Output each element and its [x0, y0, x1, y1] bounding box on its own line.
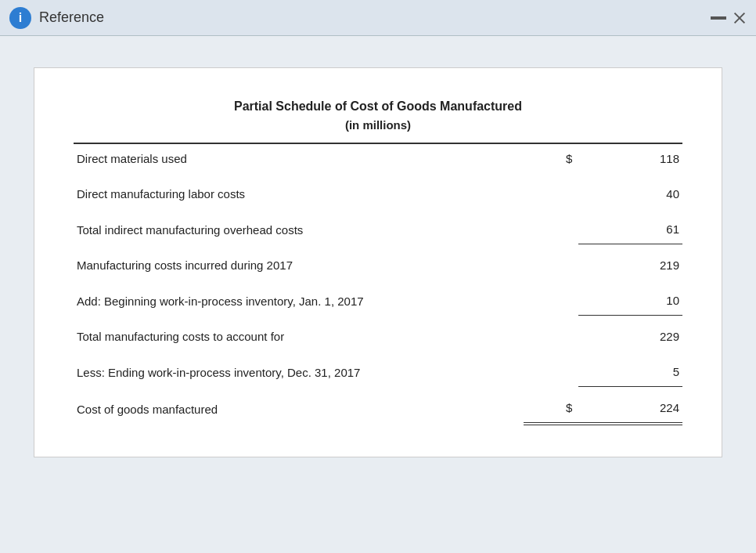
table-row: Direct manufacturing labor costs40	[74, 179, 682, 208]
row-label: Manufacturing costs incurred during 2017	[74, 251, 524, 280]
spacer-row	[74, 351, 682, 357]
row-symbol	[524, 215, 579, 244]
row-value: 118	[578, 143, 682, 173]
row-symbol: $	[524, 393, 579, 424]
row-label: Cost of goods manfactured	[74, 393, 524, 424]
close-button[interactable]	[733, 11, 747, 25]
row-symbol	[524, 357, 579, 387]
spacer-row	[74, 387, 682, 394]
row-label: Direct manufacturing labor costs	[74, 179, 524, 208]
table-row: Total indirect manufacturing overhead co…	[74, 215, 682, 244]
info-icon: i	[9, 7, 31, 29]
table-row: Direct materials used$118	[74, 143, 682, 173]
header-row	[74, 132, 682, 143]
spacer-row	[74, 208, 682, 215]
table-row: Less: Ending work-in-process inventory, …	[74, 357, 682, 387]
schedule-table: Direct materials used$118Direct manufact…	[74, 132, 682, 425]
row-value: 61	[578, 215, 682, 244]
row-label: Total manufacturing costs to account for	[74, 322, 524, 351]
row-value: 10	[578, 286, 682, 316]
reference-window: i Reference Partial Schedule of Cost of …	[0, 0, 756, 553]
row-symbol	[524, 286, 579, 316]
row-value: 40	[578, 179, 682, 208]
table-row: Add: Beginning work-in-process inventory…	[74, 286, 682, 316]
table-title: Partial Schedule of Cost of Goods Manufa…	[74, 99, 682, 114]
content-area: Partial Schedule of Cost of Goods Manufa…	[0, 36, 756, 553]
row-value: 219	[578, 251, 682, 280]
spacer-row	[74, 244, 682, 251]
row-symbol	[524, 251, 579, 280]
schedule-container: Partial Schedule of Cost of Goods Manufa…	[34, 67, 722, 457]
row-value: 5	[578, 357, 682, 387]
row-symbol: $	[524, 143, 579, 173]
row-label: Add: Beginning work-in-process inventory…	[74, 286, 524, 316]
table-row: Cost of goods manfactured$224	[74, 393, 682, 424]
row-symbol	[524, 179, 579, 208]
spacer-row	[74, 316, 682, 323]
row-symbol	[524, 322, 579, 351]
minimize-button[interactable]	[711, 16, 726, 20]
row-label: Direct materials used	[74, 143, 524, 173]
table-row: Total manufacturing costs to account for…	[74, 322, 682, 351]
row-value: 229	[578, 322, 682, 351]
table-subtitle: (in millions)	[74, 118, 682, 132]
row-label: Less: Ending work-in-process inventory, …	[74, 357, 524, 387]
row-label: Total indirect manufacturing overhead co…	[74, 215, 524, 244]
spacer-row	[74, 280, 682, 286]
row-value: 224	[578, 393, 682, 424]
window-title: Reference	[39, 9, 711, 26]
window-controls	[711, 11, 747, 25]
table-row: Manufacturing costs incurred during 2017…	[74, 251, 682, 280]
title-bar: i Reference	[0, 0, 756, 36]
spacer-row	[74, 173, 682, 179]
